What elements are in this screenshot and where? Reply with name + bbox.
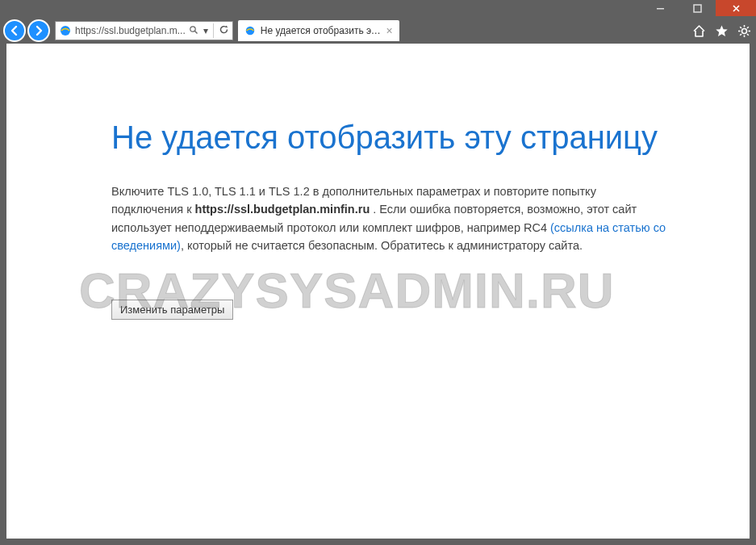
- forward-button[interactable]: [27, 19, 50, 42]
- minimize-button[interactable]: [641, 0, 679, 16]
- close-button[interactable]: [716, 0, 756, 16]
- search-icon[interactable]: [189, 25, 198, 36]
- maximize-button[interactable]: [679, 0, 716, 16]
- svg-line-11: [740, 27, 741, 28]
- tab-title: Не удается отобразить эту...: [261, 25, 382, 36]
- svg-line-13: [747, 27, 749, 28]
- address-bar[interactable]: https://ssl.budgetplan.m... ▾: [55, 21, 233, 40]
- tab-strip: Не удается отобразить эту... ×: [238, 20, 399, 41]
- back-button[interactable]: [3, 19, 26, 42]
- change-settings-button[interactable]: Изменить параметры: [111, 300, 233, 320]
- browser-toolbar: https://ssl.budgetplan.m... ▾ Не удается…: [0, 18, 756, 44]
- svg-rect-1: [694, 5, 701, 12]
- tools-icon[interactable]: [735, 22, 753, 40]
- page-body-text: Включите TLS 1.0, TLS 1.1 и TLS 1.2 в до…: [111, 182, 669, 255]
- ie-icon: [59, 24, 72, 37]
- svg-point-3: [190, 27, 195, 31]
- error-page: CRAZYSYSADMIN.RU Не удается отобразить э…: [6, 44, 750, 539]
- content-frame: CRAZYSYSADMIN.RU Не удается отобразить э…: [0, 44, 756, 545]
- ie-icon: [244, 25, 256, 36]
- svg-rect-0: [657, 8, 664, 10]
- divider: [213, 23, 214, 38]
- favorites-icon[interactable]: [712, 22, 730, 40]
- dropdown-icon[interactable]: ▾: [203, 25, 208, 36]
- svg-line-14: [740, 34, 741, 36]
- tab-close-icon[interactable]: ×: [386, 24, 393, 37]
- address-text: https://ssl.budgetplan.m...: [75, 25, 186, 36]
- body-part3: , который не считается безопасным. Обрат…: [181, 239, 583, 252]
- svg-line-12: [747, 34, 749, 36]
- page-title: Не удается отобразить эту страницу: [111, 116, 669, 158]
- refresh-icon[interactable]: [219, 24, 229, 37]
- svg-line-4: [194, 31, 197, 34]
- browser-window: https://ssl.budgetplan.m... ▾ Не удается…: [0, 0, 756, 545]
- home-icon[interactable]: [690, 22, 708, 40]
- browser-tab[interactable]: Не удается отобразить эту... ×: [238, 20, 399, 41]
- address-controls: ▾: [189, 23, 229, 38]
- svg-point-6: [741, 28, 746, 33]
- window-titlebar: [0, 0, 756, 18]
- body-bold-url: https://ssl.budgetplan.minfin.ru: [195, 203, 370, 216]
